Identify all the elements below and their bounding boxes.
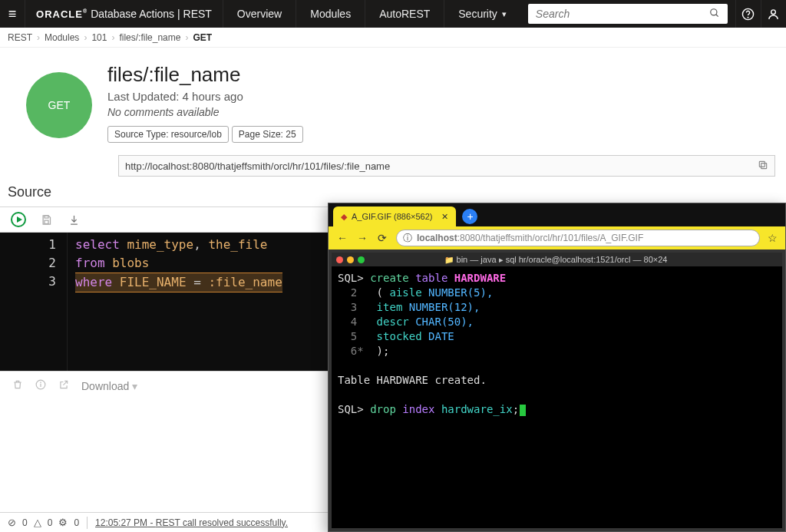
terminal-titlebar: 📁 bin — java ▸ sql hr/oracle@localhost:1… <box>332 253 782 266</box>
chevron-right-icon: › <box>37 32 40 43</box>
download-icon[interactable] <box>66 212 81 227</box>
open-external-icon[interactable] <box>58 379 69 392</box>
browser-window: ◆ A_GIF.GIF (886×562) ✕ + ← → ⟳ ⓘ localh… <box>328 203 786 532</box>
error-icon: ⊘ <box>8 517 16 528</box>
svg-point-3 <box>748 17 749 18</box>
info-icon[interactable] <box>35 379 46 392</box>
new-tab-button[interactable]: + <box>462 209 477 224</box>
tab-title: A_GIF.GIF (886×562) <box>352 212 432 221</box>
crumb-get: GET <box>193 32 212 43</box>
pill-source-type: Source Type: resource/lob <box>107 126 229 143</box>
status-message[interactable]: 12:05:27 PM - REST call resolved success… <box>95 517 288 528</box>
browser-tabstrip: ◆ A_GIF.GIF (886×562) ✕ + <box>329 203 785 226</box>
method-badge: GET <box>26 72 92 138</box>
brand-oracle: ORACLE® <box>36 8 88 20</box>
gutter: 1 2 3 <box>0 233 68 371</box>
svg-line-1 <box>716 14 718 16</box>
copy-icon[interactable] <box>758 160 768 173</box>
terminal-title: 📁 bin — java ▸ sql hr/oracle@localhost:1… <box>369 255 742 265</box>
top-nav: ≡ ORACLE® Database Actions | REST Overvi… <box>0 0 786 28</box>
endpoint-header: GET files/:file_name Last Updated: 4 hou… <box>0 48 786 150</box>
crumb-rest[interactable]: REST <box>8 32 32 43</box>
svg-rect-5 <box>761 163 767 168</box>
reload-button[interactable]: ⟳ <box>376 232 388 244</box>
endpoint-title: files/:file_name <box>107 63 775 87</box>
nav-items: Overview Modules AutoREST Security▾ <box>223 0 520 28</box>
chevron-down-icon: ▾ <box>502 9 507 19</box>
nav-overview[interactable]: Overview <box>223 0 296 28</box>
hamburger-icon[interactable]: ≡ <box>0 0 25 28</box>
back-button[interactable]: ← <box>336 232 348 244</box>
close-icon[interactable] <box>336 256 343 263</box>
terminal-body: SQL> create table HARDWARE 2 ( aisle NUM… <box>332 266 782 528</box>
favicon-icon: ◆ <box>341 212 347 222</box>
svg-point-0 <box>711 8 717 15</box>
forward-button[interactable]: → <box>356 232 368 244</box>
nav-autorest[interactable]: AutoREST <box>365 0 444 28</box>
endpoint-url: http://localhost:8080/thatjeffsmith/orcl… <box>118 155 775 177</box>
svg-point-11 <box>41 382 41 383</box>
bookmark-icon[interactable]: ☆ <box>768 232 778 244</box>
window-controls[interactable] <box>336 256 365 263</box>
endpoint-url-text: http://localhost:8080/thatjeffsmith/orcl… <box>125 160 390 172</box>
browser-toolbar: ← → ⟳ ⓘ localhost:8080/thatjeffsmith/orc… <box>329 226 785 249</box>
error-count: 0 <box>22 517 28 528</box>
svg-rect-7 <box>45 215 48 217</box>
minimize-icon[interactable] <box>347 256 354 263</box>
nav-modules[interactable]: Modules <box>296 0 365 28</box>
no-comments: No comments available <box>107 106 775 118</box>
warning-count: 0 <box>48 517 53 528</box>
chevron-right-icon: › <box>185 32 188 43</box>
chevron-right-icon: › <box>111 32 114 43</box>
close-icon[interactable]: ✕ <box>441 212 448 222</box>
caret-down-icon: ▾ <box>132 380 137 392</box>
gear-count: 0 <box>74 517 79 528</box>
user-icon[interactable] <box>761 0 786 28</box>
crumb-files[interactable]: files/:file_name <box>119 32 180 43</box>
cursor <box>520 405 526 416</box>
search-icon[interactable] <box>709 8 720 21</box>
site-info-icon[interactable]: ⓘ <box>403 232 412 245</box>
help-icon[interactable] <box>735 0 761 28</box>
search-box[interactable] <box>528 4 728 24</box>
trash-icon[interactable] <box>12 379 23 392</box>
last-updated: Last Updated: 4 hours ago <box>107 90 775 103</box>
warning-icon: △ <box>34 517 41 528</box>
gear-icon: ⚙ <box>58 517 68 528</box>
chevron-right-icon: › <box>84 32 87 43</box>
code-body[interactable]: select mime_type, the_file from blobs wh… <box>68 233 290 371</box>
address-bar[interactable]: ⓘ localhost:8080/thatjeffsmith/orcl/hr/1… <box>396 230 760 246</box>
download-label[interactable]: Download ▾ <box>81 380 137 392</box>
nav-security[interactable]: Security▾ <box>444 0 520 28</box>
brand: ORACLE® Database Actions | REST <box>25 0 223 28</box>
terminal-image: 📁 bin — java ▸ sql hr/oracle@localhost:1… <box>329 249 785 531</box>
browser-tab[interactable]: ◆ A_GIF.GIF (886×562) ✕ <box>333 207 456 226</box>
svg-rect-6 <box>759 161 765 167</box>
brand-product: Database Actions | REST <box>91 8 212 20</box>
run-button[interactable] <box>11 212 26 227</box>
svg-point-4 <box>771 9 776 14</box>
crumb-modules[interactable]: Modules <box>45 32 79 43</box>
breadcrumb: REST › Modules › 101 › files/:file_name … <box>0 28 786 48</box>
search-input[interactable] <box>536 8 709 20</box>
folder-icon: 📁 <box>444 256 454 264</box>
save-icon[interactable] <box>38 212 54 227</box>
pill-page-size: Page Size: 25 <box>232 126 303 143</box>
crumb-101[interactable]: 101 <box>91 32 107 43</box>
svg-rect-8 <box>45 220 48 223</box>
maximize-icon[interactable] <box>358 256 365 263</box>
